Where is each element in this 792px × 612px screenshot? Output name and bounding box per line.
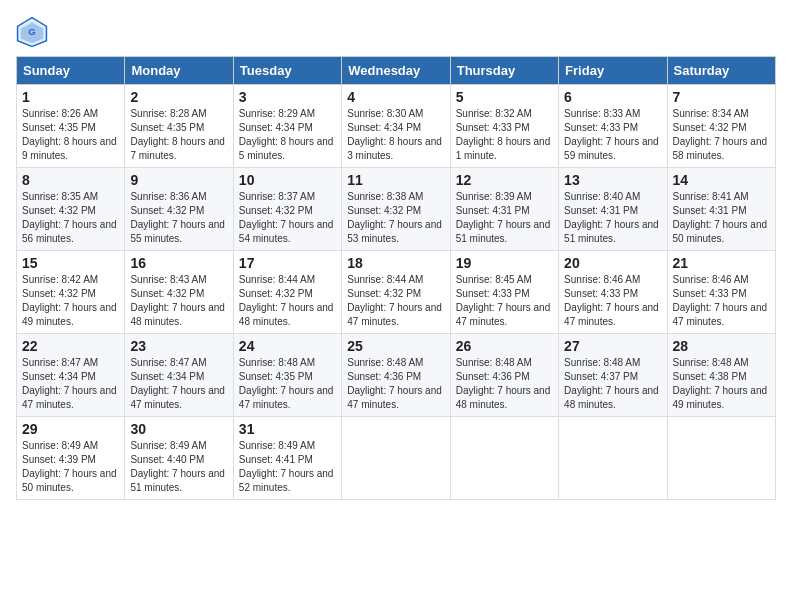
calendar-cell: 20Sunrise: 8:46 AMSunset: 4:33 PMDayligh… [559, 251, 667, 334]
calendar-cell [559, 417, 667, 500]
calendar-cell: 23Sunrise: 8:47 AMSunset: 4:34 PMDayligh… [125, 334, 233, 417]
header-thursday: Thursday [450, 57, 558, 85]
calendar-cell: 10Sunrise: 8:37 AMSunset: 4:32 PMDayligh… [233, 168, 341, 251]
calendar-cell: 27Sunrise: 8:48 AMSunset: 4:37 PMDayligh… [559, 334, 667, 417]
day-number: 16 [130, 255, 227, 271]
calendar-cell: 26Sunrise: 8:48 AMSunset: 4:36 PMDayligh… [450, 334, 558, 417]
calendar-cell: 12Sunrise: 8:39 AMSunset: 4:31 PMDayligh… [450, 168, 558, 251]
cell-content: Sunrise: 8:49 AMSunset: 4:39 PMDaylight:… [22, 439, 119, 495]
week-row-4: 22Sunrise: 8:47 AMSunset: 4:34 PMDayligh… [17, 334, 776, 417]
cell-content: Sunrise: 8:28 AMSunset: 4:35 PMDaylight:… [130, 107, 227, 163]
cell-content: Sunrise: 8:26 AMSunset: 4:35 PMDaylight:… [22, 107, 119, 163]
cell-content: Sunrise: 8:35 AMSunset: 4:32 PMDaylight:… [22, 190, 119, 246]
day-number: 31 [239, 421, 336, 437]
day-number: 23 [130, 338, 227, 354]
day-number: 18 [347, 255, 444, 271]
cell-content: Sunrise: 8:48 AMSunset: 4:37 PMDaylight:… [564, 356, 661, 412]
day-number: 26 [456, 338, 553, 354]
calendar-cell: 18Sunrise: 8:44 AMSunset: 4:32 PMDayligh… [342, 251, 450, 334]
header-monday: Monday [125, 57, 233, 85]
cell-content: Sunrise: 8:29 AMSunset: 4:34 PMDaylight:… [239, 107, 336, 163]
day-number: 22 [22, 338, 119, 354]
cell-content: Sunrise: 8:48 AMSunset: 4:36 PMDaylight:… [347, 356, 444, 412]
day-number: 25 [347, 338, 444, 354]
calendar-cell: 21Sunrise: 8:46 AMSunset: 4:33 PMDayligh… [667, 251, 775, 334]
day-number: 13 [564, 172, 661, 188]
calendar-cell: 6Sunrise: 8:33 AMSunset: 4:33 PMDaylight… [559, 85, 667, 168]
calendar-cell: 13Sunrise: 8:40 AMSunset: 4:31 PMDayligh… [559, 168, 667, 251]
week-row-3: 15Sunrise: 8:42 AMSunset: 4:32 PMDayligh… [17, 251, 776, 334]
logo-icon: G [16, 16, 48, 48]
day-number: 21 [673, 255, 770, 271]
header-sunday: Sunday [17, 57, 125, 85]
day-number: 27 [564, 338, 661, 354]
day-number: 11 [347, 172, 444, 188]
cell-content: Sunrise: 8:40 AMSunset: 4:31 PMDaylight:… [564, 190, 661, 246]
day-number: 7 [673, 89, 770, 105]
cell-content: Sunrise: 8:48 AMSunset: 4:36 PMDaylight:… [456, 356, 553, 412]
svg-text:G: G [28, 26, 35, 37]
day-number: 1 [22, 89, 119, 105]
calendar-cell: 1Sunrise: 8:26 AMSunset: 4:35 PMDaylight… [17, 85, 125, 168]
header-tuesday: Tuesday [233, 57, 341, 85]
cell-content: Sunrise: 8:45 AMSunset: 4:33 PMDaylight:… [456, 273, 553, 329]
calendar-cell [667, 417, 775, 500]
day-number: 2 [130, 89, 227, 105]
calendar-cell: 30Sunrise: 8:49 AMSunset: 4:40 PMDayligh… [125, 417, 233, 500]
calendar-cell: 19Sunrise: 8:45 AMSunset: 4:33 PMDayligh… [450, 251, 558, 334]
calendar-cell: 28Sunrise: 8:48 AMSunset: 4:38 PMDayligh… [667, 334, 775, 417]
week-row-1: 1Sunrise: 8:26 AMSunset: 4:35 PMDaylight… [17, 85, 776, 168]
header-friday: Friday [559, 57, 667, 85]
header-row: SundayMondayTuesdayWednesdayThursdayFrid… [17, 57, 776, 85]
cell-content: Sunrise: 8:33 AMSunset: 4:33 PMDaylight:… [564, 107, 661, 163]
cell-content: Sunrise: 8:46 AMSunset: 4:33 PMDaylight:… [673, 273, 770, 329]
cell-content: Sunrise: 8:39 AMSunset: 4:31 PMDaylight:… [456, 190, 553, 246]
calendar-cell: 11Sunrise: 8:38 AMSunset: 4:32 PMDayligh… [342, 168, 450, 251]
calendar-cell: 16Sunrise: 8:43 AMSunset: 4:32 PMDayligh… [125, 251, 233, 334]
calendar-cell: 22Sunrise: 8:47 AMSunset: 4:34 PMDayligh… [17, 334, 125, 417]
day-number: 5 [456, 89, 553, 105]
calendar-cell: 3Sunrise: 8:29 AMSunset: 4:34 PMDaylight… [233, 85, 341, 168]
cell-content: Sunrise: 8:41 AMSunset: 4:31 PMDaylight:… [673, 190, 770, 246]
calendar-cell: 24Sunrise: 8:48 AMSunset: 4:35 PMDayligh… [233, 334, 341, 417]
day-number: 3 [239, 89, 336, 105]
cell-content: Sunrise: 8:49 AMSunset: 4:40 PMDaylight:… [130, 439, 227, 495]
cell-content: Sunrise: 8:43 AMSunset: 4:32 PMDaylight:… [130, 273, 227, 329]
day-number: 28 [673, 338, 770, 354]
logo: G [16, 16, 52, 48]
day-number: 14 [673, 172, 770, 188]
page-header: G [16, 16, 776, 48]
header-saturday: Saturday [667, 57, 775, 85]
day-number: 20 [564, 255, 661, 271]
calendar-table: SundayMondayTuesdayWednesdayThursdayFrid… [16, 56, 776, 500]
calendar-cell: 17Sunrise: 8:44 AMSunset: 4:32 PMDayligh… [233, 251, 341, 334]
calendar-cell: 9Sunrise: 8:36 AMSunset: 4:32 PMDaylight… [125, 168, 233, 251]
day-number: 6 [564, 89, 661, 105]
day-number: 30 [130, 421, 227, 437]
day-number: 4 [347, 89, 444, 105]
cell-content: Sunrise: 8:34 AMSunset: 4:32 PMDaylight:… [673, 107, 770, 163]
cell-content: Sunrise: 8:37 AMSunset: 4:32 PMDaylight:… [239, 190, 336, 246]
calendar-cell: 8Sunrise: 8:35 AMSunset: 4:32 PMDaylight… [17, 168, 125, 251]
calendar-cell: 31Sunrise: 8:49 AMSunset: 4:41 PMDayligh… [233, 417, 341, 500]
day-number: 24 [239, 338, 336, 354]
week-row-5: 29Sunrise: 8:49 AMSunset: 4:39 PMDayligh… [17, 417, 776, 500]
calendar-cell: 14Sunrise: 8:41 AMSunset: 4:31 PMDayligh… [667, 168, 775, 251]
cell-content: Sunrise: 8:49 AMSunset: 4:41 PMDaylight:… [239, 439, 336, 495]
cell-content: Sunrise: 8:38 AMSunset: 4:32 PMDaylight:… [347, 190, 444, 246]
cell-content: Sunrise: 8:47 AMSunset: 4:34 PMDaylight:… [22, 356, 119, 412]
day-number: 17 [239, 255, 336, 271]
cell-content: Sunrise: 8:30 AMSunset: 4:34 PMDaylight:… [347, 107, 444, 163]
day-number: 19 [456, 255, 553, 271]
calendar-cell: 29Sunrise: 8:49 AMSunset: 4:39 PMDayligh… [17, 417, 125, 500]
cell-content: Sunrise: 8:47 AMSunset: 4:34 PMDaylight:… [130, 356, 227, 412]
calendar-cell: 5Sunrise: 8:32 AMSunset: 4:33 PMDaylight… [450, 85, 558, 168]
day-number: 9 [130, 172, 227, 188]
cell-content: Sunrise: 8:42 AMSunset: 4:32 PMDaylight:… [22, 273, 119, 329]
cell-content: Sunrise: 8:46 AMSunset: 4:33 PMDaylight:… [564, 273, 661, 329]
day-number: 10 [239, 172, 336, 188]
cell-content: Sunrise: 8:36 AMSunset: 4:32 PMDaylight:… [130, 190, 227, 246]
day-number: 15 [22, 255, 119, 271]
calendar-cell [342, 417, 450, 500]
cell-content: Sunrise: 8:48 AMSunset: 4:35 PMDaylight:… [239, 356, 336, 412]
